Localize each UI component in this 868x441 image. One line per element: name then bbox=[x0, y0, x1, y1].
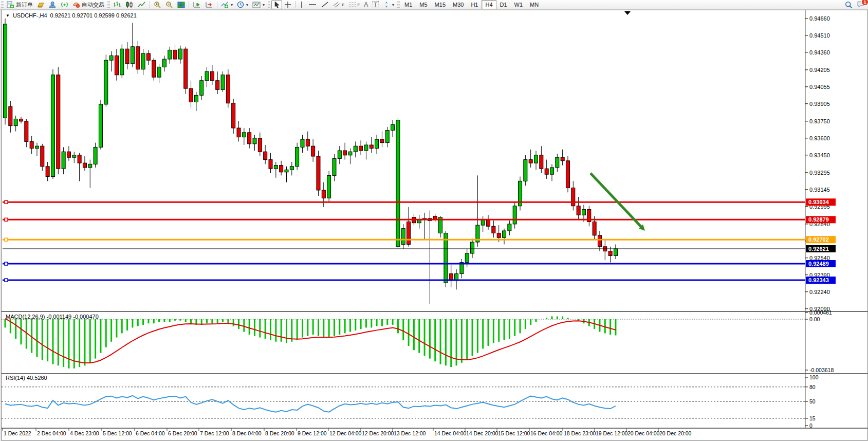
bar-chart-button[interactable] bbox=[111, 0, 123, 9]
candle-body[interactable] bbox=[343, 151, 347, 155]
candle-body[interactable] bbox=[41, 146, 44, 167]
search-icon[interactable] bbox=[845, 1, 853, 9]
candle-body[interactable] bbox=[370, 145, 373, 149]
candle-body[interactable] bbox=[162, 59, 166, 67]
timeframe-button-MN[interactable]: MN bbox=[526, 0, 542, 9]
line-handle[interactable] bbox=[5, 279, 8, 282]
candle-body[interactable] bbox=[168, 50, 172, 59]
candle-body[interactable] bbox=[57, 75, 60, 169]
templates-button[interactable]: ▾ bbox=[250, 0, 267, 9]
candle-body[interactable] bbox=[306, 139, 309, 146]
candle-body[interactable] bbox=[216, 81, 219, 90]
candle-body[interactable] bbox=[540, 155, 543, 169]
trendline-tool-button[interactable] bbox=[319, 0, 331, 9]
candle-body[interactable] bbox=[327, 175, 331, 198]
candle-body[interactable] bbox=[508, 224, 511, 231]
chart-canvas[interactable]: 0.946600.945100.943600.942050.940550.939… bbox=[2, 10, 867, 440]
candle-body[interactable] bbox=[189, 88, 193, 102]
candle-body[interactable] bbox=[14, 119, 17, 125]
crosshair-tool-button[interactable] bbox=[282, 0, 293, 9]
candle-body[interactable] bbox=[301, 139, 304, 147]
candle-body[interactable] bbox=[561, 157, 564, 161]
signals-button[interactable] bbox=[59, 0, 70, 9]
candle-body[interactable] bbox=[178, 49, 182, 59]
candle-body[interactable] bbox=[566, 161, 569, 188]
candle-body[interactable] bbox=[258, 138, 262, 152]
candle-body[interactable] bbox=[524, 160, 527, 181]
candle-body[interactable] bbox=[200, 81, 204, 96]
candle-body[interactable] bbox=[577, 206, 580, 215]
candle-body[interactable] bbox=[556, 157, 559, 168]
notifications-button[interactable]: 1 bbox=[857, 1, 865, 9]
candle-body[interactable] bbox=[83, 163, 86, 168]
tile-windows-button[interactable] bbox=[175, 0, 187, 9]
candle-body[interactable] bbox=[348, 152, 352, 155]
candle-body[interactable] bbox=[582, 209, 585, 215]
candle-body[interactable] bbox=[407, 222, 411, 244]
toolbar-grip[interactable] bbox=[1, 1, 4, 8]
candle-body[interactable] bbox=[401, 229, 405, 245]
channel-tool-button[interactable]: E bbox=[331, 0, 346, 9]
toolbar-grip[interactable] bbox=[107, 1, 110, 8]
candle-body[interactable] bbox=[62, 152, 65, 169]
timeframe-button-W1[interactable]: W1 bbox=[511, 0, 527, 9]
candle-body[interactable] bbox=[285, 170, 288, 172]
candle-body[interactable] bbox=[296, 147, 299, 166]
candle-body[interactable] bbox=[487, 219, 490, 226]
chart-shift-button[interactable] bbox=[203, 0, 215, 9]
candle-body[interactable] bbox=[232, 103, 235, 128]
candle-body[interactable] bbox=[25, 121, 28, 142]
candle-body[interactable] bbox=[131, 47, 134, 64]
label-tool-button[interactable]: T bbox=[370, 0, 381, 9]
candle-body[interactable] bbox=[242, 133, 246, 137]
cursor-tool-button[interactable] bbox=[271, 0, 282, 9]
candle-body[interactable] bbox=[221, 75, 225, 90]
timeframe-button-M30[interactable]: M30 bbox=[449, 0, 467, 9]
candle-body[interactable] bbox=[237, 128, 241, 137]
candle-body[interactable] bbox=[248, 133, 251, 144]
timeframe-button-H4[interactable]: H4 bbox=[482, 0, 496, 9]
collapse-icon[interactable]: ▼ bbox=[6, 13, 10, 18]
candle-body[interactable] bbox=[322, 190, 325, 198]
candle-body[interactable] bbox=[269, 160, 272, 169]
candle-body[interactable] bbox=[210, 71, 214, 81]
history-center-button[interactable] bbox=[35, 0, 47, 9]
candle-body[interactable] bbox=[72, 155, 76, 157]
candle-body[interactable] bbox=[88, 164, 92, 168]
candle-body[interactable] bbox=[598, 235, 601, 247]
line-handle[interactable] bbox=[5, 262, 8, 265]
candle-body[interactable] bbox=[513, 206, 516, 224]
candle-body[interactable] bbox=[280, 166, 283, 172]
candle-body[interactable] bbox=[9, 106, 12, 125]
candle-body[interactable] bbox=[375, 139, 379, 149]
candle-body[interactable] bbox=[104, 60, 108, 104]
horizontal-line-tool-button[interactable] bbox=[306, 0, 319, 9]
profile-button[interactable] bbox=[47, 0, 59, 9]
candle-body[interactable] bbox=[391, 124, 395, 130]
fibonacci-tool-button[interactable]: F bbox=[346, 0, 362, 9]
auto-scroll-button[interactable] bbox=[191, 0, 203, 9]
vertical-line-tool-button[interactable] bbox=[297, 0, 306, 9]
candle-body[interactable] bbox=[354, 146, 357, 152]
candle-body[interactable] bbox=[173, 50, 177, 59]
candle-body[interactable] bbox=[290, 167, 293, 170]
candle-body[interactable] bbox=[226, 75, 230, 103]
toolbar-grip[interactable] bbox=[397, 1, 400, 8]
candle-body[interactable] bbox=[99, 104, 102, 148]
line-handle[interactable] bbox=[5, 200, 8, 204]
candle-body[interactable] bbox=[30, 141, 33, 148]
candle-body[interactable] bbox=[194, 95, 198, 102]
candle-body[interactable] bbox=[534, 155, 538, 163]
candle-body[interactable] bbox=[608, 251, 612, 256]
line-handle[interactable] bbox=[5, 238, 8, 241]
candle-body[interactable] bbox=[152, 60, 156, 77]
candle-body[interactable] bbox=[364, 145, 368, 151]
candle-body[interactable] bbox=[471, 242, 474, 253]
candle-body[interactable] bbox=[571, 188, 575, 206]
candle-body[interactable] bbox=[205, 71, 209, 81]
candle-body[interactable] bbox=[274, 166, 278, 169]
line-chart-button[interactable] bbox=[136, 0, 148, 9]
candle-body[interactable] bbox=[51, 75, 54, 177]
candle-body[interactable] bbox=[157, 67, 161, 77]
candle-body[interactable] bbox=[550, 168, 553, 174]
